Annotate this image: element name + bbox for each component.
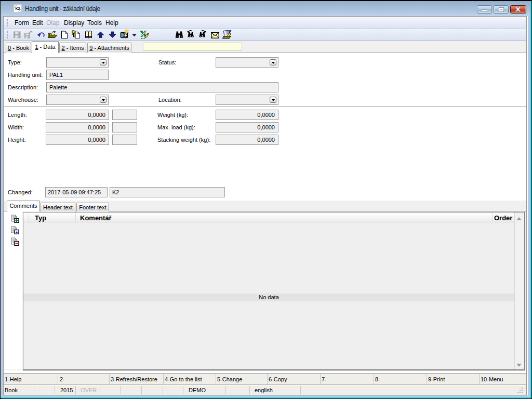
svg-text:K2: K2 <box>16 7 20 10</box>
